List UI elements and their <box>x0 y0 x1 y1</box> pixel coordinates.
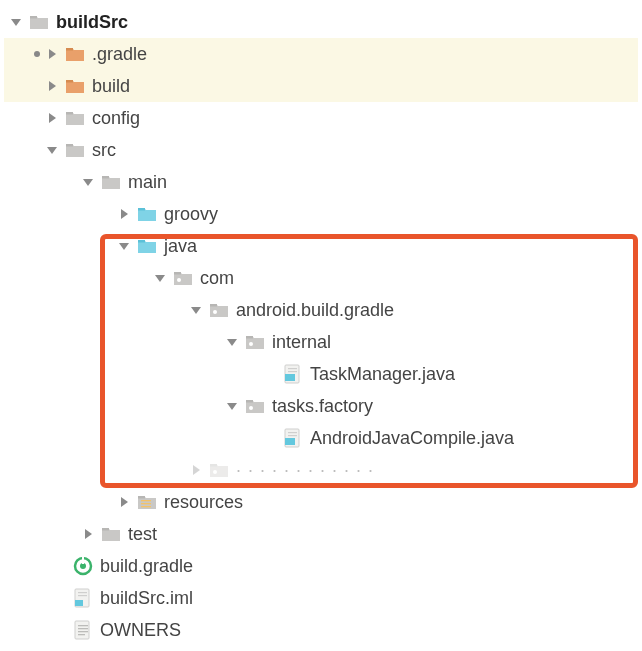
node-label: android.build.gradle <box>236 300 394 321</box>
tree-node-androidjavacompile[interactable]: AndroidJavaCompile.java <box>4 422 638 454</box>
tree-node-gradle-dir[interactable]: .gradle <box>4 38 638 70</box>
package-icon <box>208 460 230 480</box>
tree-node-com[interactable]: com <box>4 262 638 294</box>
tree-node-build-dir[interactable]: build <box>4 70 638 102</box>
chevron-right-icon[interactable] <box>44 111 60 125</box>
tree-node-groovy[interactable]: groovy <box>4 198 638 230</box>
tree-node-test[interactable]: test <box>4 518 638 550</box>
node-label: · · · · · · · · · · · · <box>236 460 374 481</box>
folder-icon <box>64 108 86 128</box>
java-file-icon <box>282 364 304 384</box>
tree-node-build-gradle-file[interactable]: build.gradle <box>4 550 638 582</box>
package-icon <box>208 300 230 320</box>
source-folder-icon <box>136 204 158 224</box>
chevron-down-icon[interactable] <box>224 335 240 349</box>
tree-node-obscured[interactable]: · · · · · · · · · · · · <box>4 454 638 486</box>
tree-node-java[interactable]: java <box>4 230 638 262</box>
tree-node-buildsrc[interactable]: buildSrc <box>4 6 638 38</box>
package-icon <box>244 332 266 352</box>
chevron-right-icon[interactable] <box>44 79 60 93</box>
tree-node-buildsrc-iml[interactable]: buildSrc.iml <box>4 582 638 614</box>
resources-folder-icon <box>136 492 158 512</box>
package-icon <box>172 268 194 288</box>
node-label: OWNERS <box>100 620 181 641</box>
node-label: buildSrc.iml <box>100 588 193 609</box>
node-label: build <box>92 76 130 97</box>
tree-node-tasks-factory[interactable]: tasks.factory <box>4 390 638 422</box>
chevron-down-icon[interactable] <box>224 399 240 413</box>
java-file-icon <box>282 428 304 448</box>
chevron-down-icon[interactable] <box>8 15 24 29</box>
iml-file-icon <box>72 588 94 608</box>
chevron-right-icon[interactable] <box>44 47 60 61</box>
node-label: main <box>128 172 167 193</box>
package-icon <box>244 396 266 416</box>
tree-node-taskmanager[interactable]: TaskManager.java <box>4 358 638 390</box>
node-label: com <box>200 268 234 289</box>
node-label: internal <box>272 332 331 353</box>
source-folder-icon <box>136 236 158 256</box>
chevron-down-icon[interactable] <box>116 239 132 253</box>
status-dot <box>34 51 40 57</box>
chevron-down-icon[interactable] <box>152 271 168 285</box>
chevron-right-icon[interactable] <box>80 527 96 541</box>
text-file-icon <box>72 620 94 640</box>
chevron-down-icon[interactable] <box>44 143 60 157</box>
folder-icon <box>100 172 122 192</box>
node-label: build.gradle <box>100 556 193 577</box>
tree-node-owners[interactable]: OWNERS <box>4 614 638 646</box>
folder-icon <box>64 44 86 64</box>
node-label: test <box>128 524 157 545</box>
tree-node-resources[interactable]: resources <box>4 486 638 518</box>
chevron-down-icon[interactable] <box>80 175 96 189</box>
folder-icon <box>28 12 50 32</box>
node-label: config <box>92 108 140 129</box>
node-label: src <box>92 140 116 161</box>
chevron-right-icon[interactable] <box>188 463 204 477</box>
tree-node-main[interactable]: main <box>4 166 638 198</box>
tree-node-internal[interactable]: internal <box>4 326 638 358</box>
node-label: resources <box>164 492 243 513</box>
chevron-down-icon[interactable] <box>188 303 204 317</box>
folder-icon <box>100 524 122 544</box>
folder-icon <box>64 76 86 96</box>
node-label: buildSrc <box>56 12 128 33</box>
tree-node-config[interactable]: config <box>4 102 638 134</box>
node-label: AndroidJavaCompile.java <box>310 428 514 449</box>
gradle-file-icon <box>72 556 94 576</box>
chevron-right-icon[interactable] <box>116 495 132 509</box>
tree-node-src[interactable]: src <box>4 134 638 166</box>
node-label: tasks.factory <box>272 396 373 417</box>
node-label: TaskManager.java <box>310 364 455 385</box>
folder-icon <box>64 140 86 160</box>
chevron-right-icon[interactable] <box>116 207 132 221</box>
tree-node-android-build-gradle[interactable]: android.build.gradle <box>4 294 638 326</box>
node-label: java <box>164 236 197 257</box>
node-label: .gradle <box>92 44 147 65</box>
node-label: groovy <box>164 204 218 225</box>
project-tree: buildSrc .gradle build config src main g… <box>4 6 638 646</box>
